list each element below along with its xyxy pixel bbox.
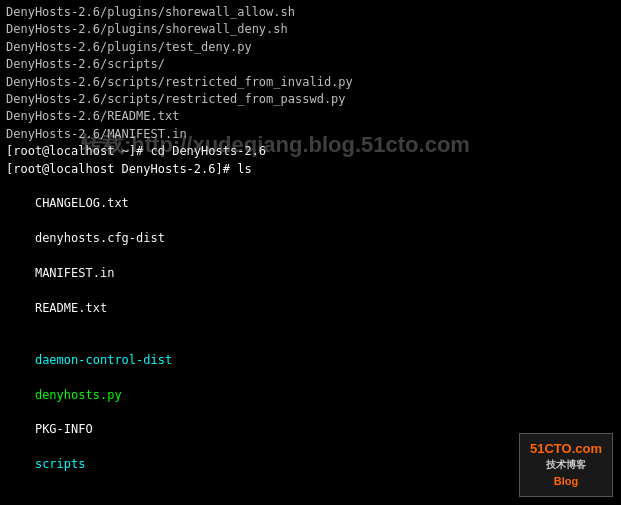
ls-col: README.txt bbox=[35, 301, 107, 315]
line: DenyHosts-2.6/plugins/test_deny.py bbox=[6, 39, 615, 56]
ls-col: MANIFEST.in bbox=[35, 266, 114, 280]
line: DenyHosts-2.6/scripts/restricted_from_in… bbox=[6, 74, 615, 91]
badge-sub: 技术博客 bbox=[530, 458, 602, 472]
line: [root@localhost ~]# cd DenyHosts-2.6 bbox=[6, 143, 615, 160]
line: DenyHosts-2.6/scripts/ bbox=[6, 56, 615, 73]
ls-col: PKG-INFO bbox=[35, 422, 93, 436]
line: [root@localhost DenyHosts-2.6]# ls bbox=[6, 161, 615, 178]
ls-col: CHANGELOG.txt bbox=[35, 196, 129, 210]
badge-blog: Blog bbox=[554, 475, 578, 487]
line: DenyHosts-2.6/plugins/shorewall_deny.sh bbox=[6, 21, 615, 38]
site-badge: 51CTO.com 技术博客 Blog bbox=[519, 433, 613, 497]
line: DenyHosts-2.6/README.txt bbox=[6, 108, 615, 125]
ls-col: denyhosts.py bbox=[35, 388, 122, 402]
terminal: DenyHosts-2.6/plugins/shorewall_allow.sh… bbox=[0, 0, 621, 505]
ls-col: scripts bbox=[35, 457, 86, 471]
badge-site: 51CTO.com bbox=[530, 441, 602, 456]
ls-col: denyhosts.cfg-dist bbox=[35, 231, 165, 245]
line: DenyHosts-2.6/plugins/shorewall_allow.sh bbox=[6, 4, 615, 21]
ls-col: daemon-control-dist bbox=[35, 353, 172, 367]
line: DenyHosts-2.6/MANIFEST.in bbox=[6, 126, 615, 143]
ls-row1: CHANGELOG.txt denyhosts.cfg-dist MANIFES… bbox=[6, 178, 615, 335]
line: DenyHosts-2.6/scripts/restricted_from_pa… bbox=[6, 91, 615, 108]
